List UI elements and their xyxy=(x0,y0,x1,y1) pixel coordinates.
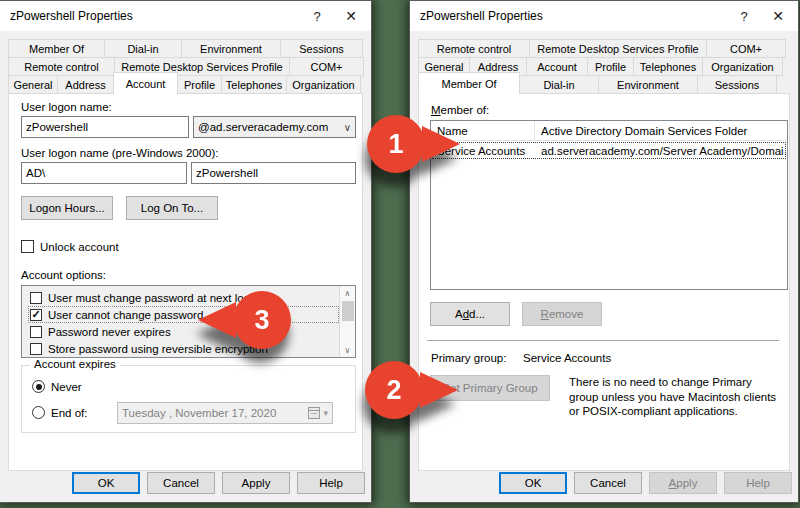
tab-account[interactable]: Account xyxy=(526,57,588,76)
apply-button[interactable]: Apply xyxy=(222,472,290,494)
never-radio[interactable]: Never xyxy=(32,380,82,393)
cancel-button[interactable]: Cancel xyxy=(147,472,215,494)
checkbox-icon xyxy=(30,326,42,338)
account-tab-page: User logon name: zPowershell @ad.servera… xyxy=(8,93,363,471)
title-bar[interactable]: zPowershell Properties ? ✕ xyxy=(410,1,798,31)
tab-sessions[interactable]: Sessions xyxy=(697,75,777,94)
radio-selected-icon xyxy=(32,380,45,393)
window-title: zPowershell Properties xyxy=(420,9,543,23)
end-of-label: End of: xyxy=(51,407,87,419)
option-cannot-change-password[interactable]: User cannot change password xyxy=(28,306,339,323)
tab-general[interactable]: General xyxy=(8,75,58,94)
tab-organization[interactable]: Organization xyxy=(286,75,361,94)
callout-marker-2: 2 xyxy=(364,357,460,423)
callout-number: 2 xyxy=(386,375,401,405)
apply-button[interactable]: Apply xyxy=(649,472,717,494)
callout-number: 3 xyxy=(254,305,269,335)
user-logon-name-input[interactable]: zPowershell xyxy=(21,116,189,138)
properties-dialog-account: zPowershell Properties ? ✕ Member Of Dia… xyxy=(0,0,372,503)
ok-button[interactable]: OK xyxy=(72,472,140,494)
tab-profile[interactable]: Profile xyxy=(177,75,222,94)
tab-telephones[interactable]: Telephones xyxy=(221,75,287,94)
close-icon[interactable]: ✕ xyxy=(762,1,794,31)
option-must-change-password[interactable]: User must change password at next logon xyxy=(28,289,339,306)
tab-telephones[interactable]: Telephones xyxy=(633,57,703,76)
dialog-footer: OK Cancel Apply Help xyxy=(72,472,365,494)
user-logon-name-label: User logon name: xyxy=(21,101,112,113)
tab-com-plus[interactable]: COM+ xyxy=(706,39,786,58)
member-of-list: Name Active Directory Domain Services Fo… xyxy=(430,120,788,290)
tab-dial-in[interactable]: Dial-in xyxy=(519,75,599,94)
callout-number: 1 xyxy=(388,129,403,159)
domain-suffix-dropdown[interactable]: @ad.serveracademy.com ∨ xyxy=(193,116,356,138)
tab-account-active[interactable]: Account xyxy=(113,72,178,95)
primary-group-value: Service Accounts xyxy=(523,352,611,364)
help-button[interactable]: Help xyxy=(297,472,365,494)
scrollbar-thumb[interactable] xyxy=(342,301,354,321)
ok-button[interactable]: OK xyxy=(499,472,567,494)
separator-line xyxy=(427,340,779,341)
remove-button[interactable]: Remove xyxy=(522,302,602,326)
tab-environment[interactable]: Environment xyxy=(598,75,698,94)
pre2000-name-input[interactable]: zPowershell xyxy=(191,162,356,184)
account-options-label: Account options: xyxy=(21,269,106,281)
primary-group-note: There is no need to change Primary group… xyxy=(569,375,781,419)
radio-icon xyxy=(32,406,45,419)
tab-member-of[interactable]: Member Of xyxy=(8,39,105,58)
tab-remote-control[interactable]: Remote control xyxy=(8,57,115,76)
chevron-down-icon: ▾ xyxy=(323,408,328,418)
tab-environment[interactable]: Environment xyxy=(181,39,281,58)
checkbox-icon xyxy=(30,292,42,304)
option-reversible-encryption[interactable]: Store password using reversible encrypti… xyxy=(28,340,339,357)
scroll-up-icon[interactable]: ∧ xyxy=(340,286,355,300)
title-bar[interactable]: zPowershell Properties ? ✕ xyxy=(0,1,371,31)
add-button[interactable]: Add... xyxy=(430,302,510,326)
checkbox-icon xyxy=(30,343,42,355)
tab-address[interactable]: Address xyxy=(57,75,114,94)
tab-remote-control[interactable]: Remote control xyxy=(418,39,530,58)
options-scrollbar[interactable]: ∧ ∨ xyxy=(339,286,355,357)
column-header-folder[interactable]: Active Directory Domain Services Folder xyxy=(535,121,787,140)
chevron-down-icon: ∨ xyxy=(344,122,351,133)
account-options-listbox: User must change password at next logon … xyxy=(21,285,356,358)
tab-dial-in[interactable]: Dial-in xyxy=(104,39,182,58)
cancel-button[interactable]: Cancel xyxy=(574,472,642,494)
dialog-footer: OK Cancel Apply Help xyxy=(499,472,792,494)
domain-suffix-value: @ad.serveracademy.com xyxy=(198,121,328,133)
pre2000-label: User logon name (pre-Windows 2000): xyxy=(21,147,219,159)
logon-hours-button[interactable]: Logon Hours... xyxy=(21,196,113,220)
callout-marker-1: 1 xyxy=(366,111,462,177)
cell-folder: ad.serveracademy.com/Server Academy/Doma… xyxy=(535,141,787,160)
tab-row-2: Remote control Remote Desktop Services P… xyxy=(8,57,364,76)
tab-com-plus[interactable]: COM+ xyxy=(289,57,364,76)
end-of-radio[interactable]: End of: xyxy=(32,406,87,419)
tab-rds-profile[interactable]: Remote Desktop Services Profile xyxy=(529,39,707,58)
unlock-account-label: Unlock account xyxy=(40,241,119,253)
tab-row-1: Member Of Dial-in Environment Sessions xyxy=(8,39,363,58)
help-icon[interactable]: ? xyxy=(301,1,333,31)
end-of-date-picker[interactable]: Tuesday , November 17, 2020 ▾ xyxy=(117,402,333,424)
tab-sessions[interactable]: Sessions xyxy=(280,39,363,58)
properties-dialog-member-of: zPowershell Properties ? ✕ Remote contro… xyxy=(409,0,799,503)
scroll-down-icon[interactable]: ∨ xyxy=(340,343,355,357)
member-of-tab-page: Member of: Name Active Directory Domain … xyxy=(418,93,790,471)
checkbox-checked-icon xyxy=(30,309,42,321)
help-icon[interactable]: ? xyxy=(728,1,760,31)
account-expires-group: Account expires Never End of: Tuesday , … xyxy=(21,365,356,433)
pre2000-domain-input[interactable]: AD\ xyxy=(21,162,187,184)
option-password-never-expires[interactable]: Password never expires xyxy=(28,323,339,340)
tab-member-of-active[interactable]: Member Of xyxy=(418,72,520,95)
end-of-date-value: Tuesday , November 17, 2020 xyxy=(122,407,276,419)
unlock-account-checkbox[interactable]: Unlock account xyxy=(21,240,119,253)
callout-marker-3: 3 xyxy=(196,287,292,353)
tab-row-1: Remote control Remote Desktop Services P… xyxy=(418,39,786,58)
help-button[interactable]: Help xyxy=(724,472,792,494)
close-icon[interactable]: ✕ xyxy=(335,1,367,31)
list-header[interactable]: Name Active Directory Domain Services Fo… xyxy=(431,121,787,141)
list-row-service-accounts[interactable]: Service Accounts ad.serveracademy.com/Se… xyxy=(431,141,787,160)
log-on-to-button[interactable]: Log On To... xyxy=(126,196,218,220)
tab-row-3: Member Of Dial-in Environment Sessions xyxy=(418,75,777,95)
never-label: Never xyxy=(51,381,82,393)
tab-profile[interactable]: Profile xyxy=(587,57,634,76)
tab-organization[interactable]: Organization xyxy=(702,57,783,76)
